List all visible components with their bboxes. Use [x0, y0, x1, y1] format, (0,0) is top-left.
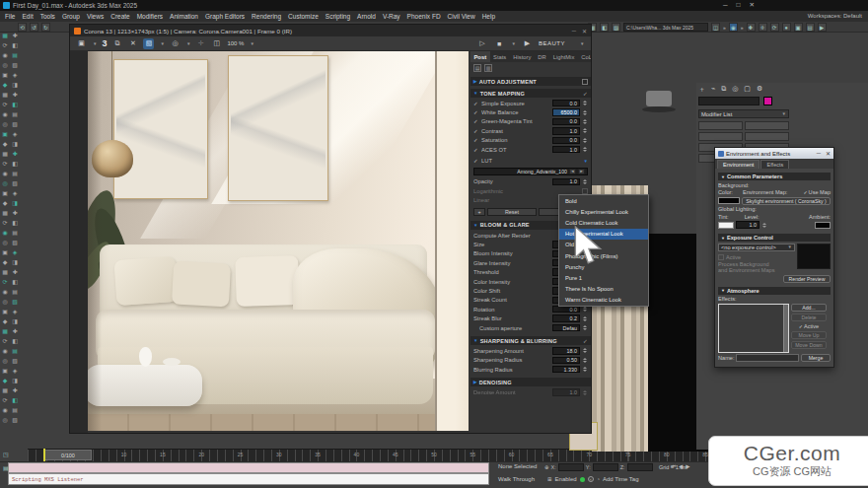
toolbar-icon[interactable]: ▦	[0, 266, 10, 276]
toolbar-icon[interactable]: ◉	[0, 49, 10, 59]
lut-menu-item[interactable]: Old Times	[559, 240, 648, 250]
menu-civil-view[interactable]: Civil View	[448, 13, 475, 20]
toolbar-icon[interactable]: ◆	[0, 375, 10, 384]
toolbar-icon[interactable]: ◨	[10, 375, 20, 384]
value-field[interactable]: 0.50	[552, 357, 580, 364]
clock-icon[interactable]: ◔	[597, 476, 600, 482]
maxscript-icon[interactable]: ▤	[3, 464, 9, 471]
move-down-button[interactable]: Move Down	[791, 341, 827, 349]
toolbar-icon[interactable]: ▦	[0, 89, 10, 99]
save-caret-icon[interactable]: ▼	[93, 41, 97, 46]
ambient-color-swatch[interactable]	[815, 222, 831, 229]
tab-colab[interactable]: CoLab	[578, 51, 591, 62]
menu-file[interactable]: File	[5, 13, 15, 20]
spinner-icon[interactable]	[582, 117, 588, 125]
spinner-down-icon[interactable]	[583, 370, 587, 372]
create-tab-icon[interactable]: ＋	[698, 85, 705, 95]
clear-image-icon[interactable]: ✕	[127, 38, 138, 49]
toolbar-icon[interactable]: ⟳	[0, 39, 10, 49]
toolbar-icon[interactable]: ◧	[10, 217, 20, 227]
toolbar-icon[interactable]: ✚	[10, 89, 20, 99]
toolbar-icon[interactable]: ◉	[0, 286, 10, 296]
active-checkbox[interactable]	[718, 254, 724, 260]
lut-menu-item[interactable]: Photographic (Films)	[559, 250, 648, 261]
toolbar-icon[interactable]: ▧	[10, 177, 20, 187]
value-field[interactable]: 1.0	[552, 178, 580, 185]
toolbar-icon[interactable]: ▤	[10, 404, 20, 414]
toolbar-icon[interactable]: ⟳	[0, 217, 10, 227]
toolbar-icon[interactable]: ✚	[10, 266, 20, 276]
toolbar-icon[interactable]: ▣	[0, 187, 10, 197]
redo-icon[interactable]: ↻	[41, 23, 50, 32]
spinner-down-icon[interactable]	[583, 328, 587, 330]
menu-help[interactable]: Help	[482, 13, 495, 20]
toolbar-icon[interactable]: ▣	[0, 306, 10, 315]
toolbar-icon[interactable]: ▣	[0, 69, 10, 79]
modifier-list-dropdown[interactable]: Modifier List ▼	[698, 109, 789, 118]
render-frame-icon[interactable]: ▤	[806, 23, 815, 32]
toolbar-icon[interactable]: ◈	[10, 187, 20, 197]
toolbar-icon[interactable]: ◧	[10, 39, 20, 49]
menu-animation[interactable]: Animation	[170, 13, 198, 20]
toolbar-icon[interactable]: ⟳	[0, 394, 10, 404]
spinner-icon[interactable]	[582, 314, 588, 322]
checkbox-icon[interactable]: ✓	[473, 147, 479, 153]
spinner-icon[interactable]	[582, 136, 588, 144]
toolbar-icon[interactable]: ▧	[10, 296, 20, 306]
spinner-up-icon[interactable]	[583, 101, 587, 103]
vfb-minimize-button[interactable]: ─	[572, 28, 576, 35]
spinner-up-icon[interactable]	[583, 138, 587, 140]
object-color-swatch[interactable]	[763, 97, 772, 105]
toolbar-icon[interactable]: ◎	[0, 177, 10, 187]
lut-menu-item[interactable]: Bold	[559, 195, 648, 206]
menu-rendering[interactable]: Rendering	[252, 13, 281, 20]
toolbar-icon[interactable]: ◈	[10, 128, 20, 138]
selection-region-icon[interactable]: ▧	[612, 23, 620, 32]
value-field[interactable]: 0.0	[552, 306, 580, 313]
toolbar-icon[interactable]: ▧	[10, 118, 20, 128]
effects-listbox[interactable]	[718, 304, 789, 353]
toolbar-icon[interactable]: ✚	[10, 384, 20, 394]
stop-caret-icon[interactable]: ▼	[512, 41, 516, 46]
toolbar-icon[interactable]: ◉	[0, 108, 10, 118]
name-field[interactable]	[736, 354, 799, 362]
spinner-icon[interactable]	[582, 306, 588, 314]
spinner-up-icon[interactable]	[583, 307, 587, 309]
undo-icon[interactable]: ↺	[30, 23, 38, 32]
value-field[interactable]: 1.0	[552, 388, 580, 395]
stop-render-icon[interactable]: ■	[494, 38, 505, 49]
utilities-tab-icon[interactable]: ⚙	[757, 85, 762, 95]
material-editor-icon[interactable]: ●	[782, 23, 791, 32]
spinner-icon[interactable]	[582, 108, 588, 116]
toolbar-icon[interactable]: ▣	[0, 365, 10, 375]
mirror-icon[interactable]: ◫	[711, 23, 720, 32]
toolbar-icon[interactable]: ▦	[0, 30, 10, 39]
spinner-icon[interactable]	[582, 100, 588, 107]
lut-file-dropdown[interactable]: Among_Advantix_100 ◄ ►	[473, 168, 588, 175]
lut-menu-item[interactable]: Warm Cinematic Look	[559, 295, 648, 306]
menu-v-ray[interactable]: V-Ray	[383, 13, 400, 20]
spinner-down-icon[interactable]	[583, 122, 587, 124]
lut-next-button[interactable]: ►	[578, 169, 585, 174]
spinner-up-icon[interactable]	[583, 390, 587, 392]
named-selection-dropdown[interactable]: C:\Users\Wha... 3ds Max 2025	[623, 23, 708, 32]
toolbar-icon[interactable]: ▤	[10, 168, 20, 177]
toolbar-icon[interactable]: ◆	[0, 256, 10, 266]
motion-tab-icon[interactable]: ◎	[732, 85, 738, 95]
toolbar-icon[interactable]: ◧	[10, 99, 20, 108]
toolbar-icon[interactable]: ▤	[10, 49, 20, 59]
toolbar-icon[interactable]: ◉	[0, 227, 10, 237]
toolbar-icon[interactable]: ◧	[10, 158, 20, 168]
minimize-button[interactable]: ─	[723, 1, 728, 9]
toolbar-icon[interactable]: ◆	[0, 197, 10, 207]
spinner-up-icon[interactable]	[583, 316, 587, 318]
checkbox-icon[interactable]: ✓	[473, 128, 479, 134]
spinner-down-icon[interactable]	[583, 104, 587, 105]
select-by-name-icon[interactable]: ◧	[600, 23, 609, 32]
spinner-icon[interactable]	[582, 177, 588, 185]
toolbar-icon[interactable]: ▧	[10, 414, 20, 424]
toolbar-icon[interactable]: ◉	[0, 345, 10, 355]
selection-filter-icon[interactable]: ◳	[3, 451, 9, 457]
checkbox-icon[interactable]: ✓	[473, 109, 479, 115]
environment-map-button[interactable]: Skylight environment ( CoronaSky )	[742, 197, 831, 205]
